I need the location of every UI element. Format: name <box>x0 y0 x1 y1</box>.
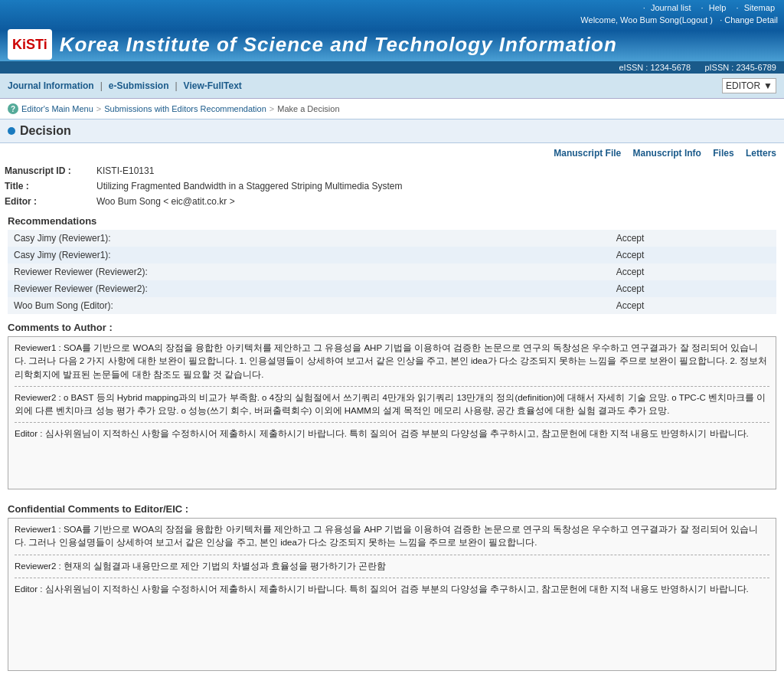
editor-value: Woo Bum Song < eic@atit.co.kr > <box>92 194 784 209</box>
manuscript-id-value: KISTI-E10131 <box>92 163 784 178</box>
top-links: · Journal list · Help · Sitemap <box>0 0 784 14</box>
reviewer-name: Casy Jimy (Reviewer1): <box>8 247 610 263</box>
submissions-link[interactable]: Submissions with Editors Recommendation <box>104 104 266 113</box>
comments-editor-header: Confidential Comments to Editor/EIC : <box>0 496 784 518</box>
kisti-logo: KiSTi <box>12 37 47 53</box>
recommendations-table: Casy Jimy (Reviewer1):AcceptCasy Jimy (R… <box>8 230 776 314</box>
journal-list-link[interactable]: Journal list <box>651 3 691 12</box>
journal-info-link[interactable]: Journal Information <box>8 80 94 91</box>
files-link[interactable]: Files <box>713 148 733 159</box>
info-icon: ? <box>8 103 18 114</box>
comments-editor-box[interactable]: Reviewer1 : SOA를 기반으로 WOA의 장점을 융합한 아키텍처를… <box>8 518 776 671</box>
reviewer-name: Woo Bum Song (Editor): <box>8 297 610 314</box>
breadcrumb: ? Editor's Main Menu > Submissions with … <box>0 99 784 119</box>
view-fulltext-link[interactable]: View-FullText <box>184 80 242 91</box>
change-detail-link[interactable]: Change Detail <box>724 15 778 25</box>
chevron-down-icon: ▼ <box>763 80 773 91</box>
blue-dot-icon <box>8 127 15 135</box>
recommendation-value: Accept <box>610 280 776 297</box>
manuscript-id-label: Manuscript ID : <box>0 163 92 178</box>
help-link[interactable]: Help <box>709 3 727 12</box>
pissn: pISSN : 2345-6789 <box>704 63 776 72</box>
confidential-comment-text: Reviewer2 : 현재의 실험결과 내용만으로 제안 기법의 차별성과 효… <box>15 560 769 573</box>
editor-dropdown[interactable]: EDITOR ▼ <box>722 78 776 93</box>
letters-link[interactable]: Letters <box>746 148 776 159</box>
action-links: Manuscript File Manuscript Info Files Le… <box>0 143 784 163</box>
logo-area: KiSTi Korea Institute of Science and Tec… <box>0 26 784 63</box>
recommendations-header: Recommendations <box>0 209 784 230</box>
recommendation-value: Accept <box>610 263 776 280</box>
page-title: Decision <box>20 124 71 138</box>
title-label: Title : <box>0 178 92 194</box>
comment-text: Editor : 심사위원님이 지적하신 사항을 수정하시어 제출하시 제출하시… <box>15 427 769 440</box>
issn-bar: eISSN : 1234-5678 pISSN : 2345-6789 <box>0 61 784 74</box>
recommendation-value: Accept <box>610 247 776 263</box>
confidential-comment-text: Reviewer1 : SOA를 기반으로 WOA의 장점을 융합한 아키텍처를… <box>15 523 769 550</box>
recommendation-value: Accept <box>610 297 776 314</box>
reviewer-name: Reviewer Reviewer (Reviewer2): <box>8 280 610 297</box>
current-page: Make a Decision <box>277 104 339 113</box>
manuscript-info-table: Manuscript ID : KISTI-E10131 Title : Uti… <box>0 163 784 209</box>
comments-author-box[interactable]: Reviewer1 : SOA를 기반으로 WOA의 장점을 융합한 아키텍처를… <box>8 336 776 489</box>
site-title: Korea Institute of Science and Technolog… <box>60 33 617 57</box>
recommendation-value: Accept <box>610 230 776 247</box>
logo-box: KiSTi <box>8 29 52 60</box>
editor-label: Editor : <box>0 194 92 209</box>
comments-author-header: Comments to Author : <box>0 314 784 336</box>
sitemap-link[interactable]: Sitemap <box>744 3 775 12</box>
logout-link[interactable]: Logout <box>682 15 708 25</box>
nav-links: Journal Information | e-Submission | Vie… <box>8 80 242 91</box>
editors-main-link[interactable]: Editor's Main Menu <box>21 104 93 113</box>
manuscript-info-link[interactable]: Manuscript Info <box>633 148 701 159</box>
page-title-bar: Decision <box>0 119 784 143</box>
comment-text: Reviewer1 : SOA를 기반으로 WOA의 장점을 융합한 아키텍처를… <box>15 342 769 381</box>
manuscript-file-link[interactable]: Manuscript File <box>554 148 621 159</box>
comment-text: Reviewer2 : o BAST 등의 Hybrid mapping과의 비… <box>15 391 769 418</box>
editor-select[interactable]: EDITOR ▼ <box>722 78 776 93</box>
confidential-comment-text: Editor : 심사위원님이 지적하신 사항을 수정하시어 제출하시 제출하시… <box>15 583 769 596</box>
title-value: Utilizing Fragmented Bandwidth in a Stag… <box>92 178 784 194</box>
reviewer-name: Reviewer Reviewer (Reviewer2): <box>8 263 610 280</box>
eissn: eISSN : 1234-5678 <box>619 63 691 72</box>
e-submission-link[interactable]: e-Submission <box>109 80 169 91</box>
welcome-text: Welcome, Woo Bum Song(Logout ) · Change … <box>0 14 784 26</box>
reviewer-name: Casy Jimy (Reviewer1): <box>8 230 610 247</box>
nav-bar: Journal Information | e-Submission | Vie… <box>0 74 784 99</box>
